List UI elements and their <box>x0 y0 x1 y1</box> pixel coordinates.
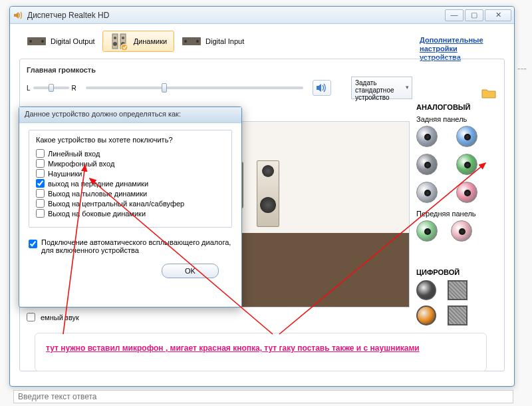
connector-panel: АНАЛОГОВЫЙ Задняя панель Передняя панель… <box>416 103 496 325</box>
dialog-question: Какое устройство вы хотете поключить? <box>36 136 225 144</box>
svg-point-7 <box>122 37 124 39</box>
svg-point-11 <box>184 40 187 43</box>
tab-digital-output[interactable]: Digital Output <box>19 31 102 52</box>
tab-digital-input[interactable]: Digital Input <box>174 31 251 52</box>
ok-button[interactable]: OK <box>162 264 219 278</box>
spdif-out-icon[interactable] <box>416 305 436 325</box>
svg-point-2 <box>41 40 44 43</box>
jack-blue[interactable] <box>456 126 477 147</box>
front-panel-label: Передняя панель <box>416 210 496 218</box>
maximize-button[interactable]: ▢ <box>465 9 483 21</box>
balance-left: L <box>27 85 31 92</box>
svg-point-6 <box>113 42 117 46</box>
svg-point-12 <box>196 40 199 43</box>
reply-input[interactable] <box>13 390 513 403</box>
option-label: Микрофонный вход <box>48 160 114 168</box>
speakers-icon <box>110 34 130 49</box>
option-rear-speakers[interactable]: Выход на тыловые динамики <box>36 189 225 198</box>
titlebar: Диспетчер Realtek HD — ▢ ✕ <box>10 7 514 24</box>
folder-icon[interactable] <box>481 87 496 99</box>
jack-pink-front[interactable] <box>451 220 472 242</box>
virtual-surround-checkbox[interactable] <box>27 313 35 321</box>
balance-slider[interactable]: L R <box>27 85 76 92</box>
amplifier-icon <box>27 34 47 49</box>
spdif-in-icon[interactable] <box>416 280 436 300</box>
amplifier-icon <box>182 34 201 49</box>
speaker-right-icon <box>257 160 279 227</box>
digital-heading: ЦИФРОВОЙ <box>416 268 496 276</box>
dialog-title: Данное устройство должно определяться ка… <box>19 107 241 123</box>
device-detect-dialog: Данное устройство должно определяться ка… <box>19 106 242 307</box>
option-label: Выход на тыловые динамики <box>48 190 147 198</box>
auto-popup-label: Подключение автоматического всплывающего… <box>41 238 232 254</box>
jack-green[interactable] <box>456 154 477 175</box>
virtual-surround-label: емный звук <box>41 313 79 321</box>
auto-popup-row: Подключение автоматического всплывающего… <box>29 238 232 254</box>
tab-speakers[interactable]: Динамики <box>102 31 174 52</box>
analog-heading: АНАЛОГОВЫЙ <box>416 103 496 111</box>
optical-in-icon[interactable] <box>448 280 467 300</box>
svg-rect-3 <box>112 34 118 49</box>
option-front-speakers[interactable]: выход на передние динамики <box>36 179 225 188</box>
set-default-button[interactable]: Задать стандартное устройство <box>351 77 412 99</box>
mute-button[interactable] <box>313 80 331 96</box>
option-line-in[interactable]: Линейный вход <box>36 149 225 158</box>
jack-grey[interactable] <box>416 126 438 147</box>
option-label: Выход на центральный канал/сабвуфер <box>48 200 184 208</box>
svg-point-1 <box>29 40 32 43</box>
option-label: выход на передние динамики <box>48 180 148 188</box>
option-mic-in-checkbox[interactable] <box>36 159 45 168</box>
volume-label: Главная громкость <box>27 66 412 74</box>
option-line-in-checkbox[interactable] <box>36 149 45 158</box>
window-title: Диспетчер Realtek HD <box>27 11 445 20</box>
option-center-sub-checkbox[interactable] <box>36 199 45 208</box>
option-side-speakers[interactable]: Выход на боковые динамики <box>36 209 225 218</box>
svg-point-5 <box>114 37 116 39</box>
jack-pink-back[interactable] <box>456 182 477 203</box>
annotation-note: тут нужно вставил микрофон , мигает крас… <box>35 333 487 371</box>
dialog-options-group: Какое устройство вы хотете поключить? Ли… <box>29 130 232 228</box>
tab-label: Digital Output <box>51 37 95 45</box>
minimize-button[interactable]: — <box>445 9 464 21</box>
close-button[interactable]: ✕ <box>485 9 511 21</box>
option-front-speakers-checkbox[interactable] <box>36 179 45 188</box>
jack-green-front[interactable] <box>416 220 438 242</box>
option-headphones[interactable]: Наушники <box>36 169 225 178</box>
option-label: Наушники <box>48 170 82 178</box>
option-center-sub[interactable]: Выход на центральный канал/сабвуфер <box>36 199 225 208</box>
window-buttons: — ▢ ✕ <box>445 9 511 21</box>
option-rear-speakers-checkbox[interactable] <box>36 189 45 198</box>
optical-out-icon[interactable] <box>448 305 467 325</box>
tab-label: Digital Input <box>205 37 244 45</box>
volume-slider[interactable] <box>86 87 303 89</box>
balance-right: R <box>72 85 76 92</box>
speaker-icon <box>13 10 23 21</box>
option-headphones-checkbox[interactable] <box>36 169 45 178</box>
option-label: Выход на боковые динамики <box>48 210 146 218</box>
auto-popup-checkbox[interactable] <box>29 240 37 248</box>
jack-silver[interactable] <box>416 182 438 203</box>
back-panel-label: Задняя панель <box>416 115 496 123</box>
option-side-speakers-checkbox[interactable] <box>36 209 45 218</box>
jack-black[interactable] <box>416 154 438 175</box>
option-label: Линейный вход <box>48 150 100 158</box>
tab-label: Динамики <box>134 37 167 45</box>
option-mic-in[interactable]: Микрофонный вход <box>36 159 225 168</box>
